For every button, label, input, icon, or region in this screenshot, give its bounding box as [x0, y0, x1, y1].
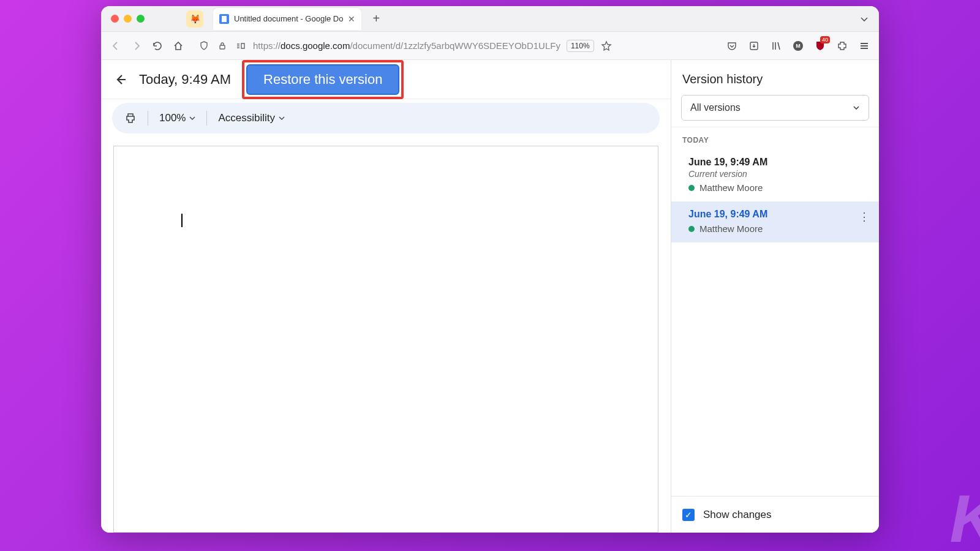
version-item-timestamp: June 19, 9:49 AM — [688, 157, 868, 168]
reload-button[interactable] — [151, 40, 164, 52]
toolbar-right: M 40 — [726, 40, 870, 52]
accessibility-label: Accessibility — [218, 112, 275, 124]
caret-down-icon — [853, 104, 860, 111]
permissions-icon — [235, 40, 247, 52]
panel-footer: ✓ Show changes — [671, 496, 879, 533]
list-tabs-button[interactable] — [859, 14, 869, 24]
back-button[interactable] — [110, 40, 122, 52]
panel-spacer — [671, 242, 879, 496]
version-item-timestamp: June 19, 9:49 AM — [688, 209, 868, 220]
minimize-window-button[interactable] — [124, 15, 132, 23]
caret-down-icon — [279, 115, 285, 121]
document-page[interactable] — [113, 146, 658, 533]
docs-toolbar: 100% Accessibility — [112, 103, 660, 133]
app-area: Today, 9:49 AM Restore this version 100%… — [101, 60, 879, 533]
save-to-pocket-icon[interactable] — [726, 40, 738, 52]
print-icon[interactable] — [124, 112, 137, 124]
version-item-subtitle: Current version — [688, 169, 868, 179]
restore-version-button[interactable]: Restore this version — [246, 64, 399, 95]
tab-title: Untitled document - Google Do — [234, 14, 343, 23]
browser-window: 🦊 Untitled document - Google Do ✕ + — [101, 6, 879, 533]
docs-favicon-icon — [219, 14, 229, 24]
home-button[interactable] — [172, 40, 184, 52]
user-name: Matthew Moore — [699, 182, 763, 193]
star-icon[interactable] — [600, 40, 612, 52]
toolbar-separator — [148, 111, 148, 126]
svg-text:M: M — [796, 43, 801, 49]
section-label-today: TODAY — [671, 127, 879, 149]
zoom-indicator[interactable]: 110% — [567, 40, 594, 52]
user-color-dot — [688, 226, 695, 232]
shield-icon — [198, 40, 210, 52]
highlight-annotation: Restore this version — [242, 60, 404, 99]
lock-icon — [216, 40, 228, 52]
app-menu-icon[interactable] — [858, 40, 870, 52]
version-item-user: Matthew Moore — [688, 223, 868, 234]
extensions-icon[interactable] — [836, 40, 848, 52]
version-history-panel: Version history All versions TODAY June … — [671, 60, 879, 533]
new-tab-button[interactable]: + — [372, 12, 380, 26]
show-changes-checkbox[interactable]: ✓ — [682, 509, 695, 521]
url-text: https://docs.google.com/document/d/1zzlz… — [253, 40, 560, 51]
nav-bar: https://docs.google.com/document/d/1zzlz… — [101, 32, 879, 60]
panel-title: Version history — [671, 60, 879, 95]
forward-button[interactable] — [130, 40, 143, 52]
address-bar[interactable]: https://docs.google.com/document/d/1zzlz… — [193, 40, 717, 52]
zoom-value: 100% — [159, 112, 186, 124]
zoom-dropdown[interactable]: 100% — [159, 112, 195, 124]
library-icon[interactable] — [770, 40, 782, 52]
version-filter-dropdown[interactable]: All versions — [681, 95, 869, 121]
browser-tab[interactable]: Untitled document - Google Do ✕ — [213, 8, 361, 30]
version-item-menu-button[interactable]: ⋮ — [859, 210, 869, 223]
version-item-user: Matthew Moore — [688, 182, 868, 193]
maximize-window-button[interactable] — [137, 15, 145, 23]
close-tab-button[interactable]: ✕ — [348, 14, 355, 24]
extension-ublock-icon[interactable]: 40 — [814, 40, 826, 52]
toolbar-separator — [206, 111, 207, 126]
user-color-dot — [688, 185, 695, 191]
version-timestamp: Today, 9:49 AM — [139, 72, 231, 88]
user-name: Matthew Moore — [699, 223, 763, 234]
close-window-button[interactable] — [111, 15, 119, 23]
document-canvas — [101, 133, 671, 533]
filter-label: All versions — [690, 102, 741, 113]
firefox-container-icon: 🦊 — [186, 10, 203, 28]
downloads-icon[interactable] — [748, 40, 760, 52]
watermark: K — [950, 479, 980, 551]
version-header: Today, 9:49 AM Restore this version — [101, 60, 671, 99]
title-bar: 🦊 Untitled document - Google Do ✕ + — [101, 6, 879, 32]
caret-down-icon — [189, 115, 195, 121]
version-item[interactable]: June 19, 9:49 AM Matthew Moore ⋮ — [671, 201, 879, 242]
account-icon[interactable]: M — [792, 40, 804, 52]
window-controls — [111, 15, 145, 23]
main-column: Today, 9:49 AM Restore this version 100%… — [101, 60, 671, 533]
version-item[interactable]: June 19, 9:49 AM Current version Matthew… — [671, 149, 879, 201]
extension-badge-count: 40 — [820, 36, 830, 43]
text-cursor — [181, 214, 183, 227]
show-changes-label: Show changes — [703, 509, 772, 521]
accessibility-menu[interactable]: Accessibility — [218, 112, 285, 124]
back-arrow-button[interactable] — [113, 72, 128, 87]
svg-rect-0 — [220, 45, 225, 49]
